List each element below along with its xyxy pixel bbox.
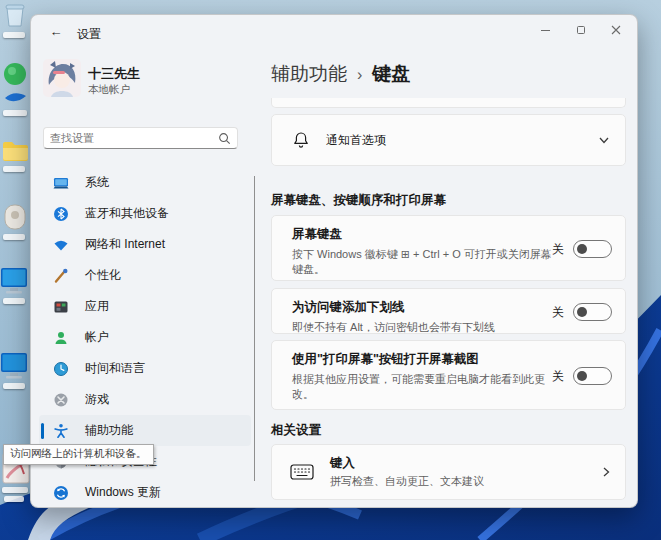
keyboard-icon [290, 463, 314, 481]
chevron-down-icon[interactable] [597, 133, 611, 147]
notification-preferences-card[interactable]: 通知首选项 [271, 114, 626, 166]
desktop-icon-label [3, 110, 27, 116]
notification-card-label: 通知首选项 [326, 132, 386, 149]
sidebar-item-label: 网络和 Internet [85, 236, 165, 253]
close-icon [611, 25, 621, 35]
avatar [43, 59, 81, 97]
maximize-icon [577, 26, 585, 34]
bluetooth-icon [53, 206, 69, 222]
on-screen-keyboard-toggle[interactable] [573, 240, 612, 258]
sidebar-item-label: 个性化 [85, 267, 121, 284]
breadcrumb-separator: › [357, 66, 362, 83]
monitor-icon[interactable] [0, 267, 28, 295]
back-button[interactable]: ← [43, 21, 69, 43]
on-screen-keyboard-card: 屏幕键盘 按下 Windows 徽标键 ⊞ + Ctrl + O 可打开或关闭屏… [271, 215, 626, 281]
typing-card-title: 键入 [330, 455, 484, 472]
breadcrumb-parent[interactable]: 辅助功能 [271, 63, 347, 84]
accessibility-icon [53, 423, 69, 439]
minimize-icon [541, 30, 550, 31]
search-icon [218, 132, 231, 145]
sidebar-item-apps[interactable]: 应用 [39, 291, 251, 322]
typing-card-description: 拼写检查、自动更正、文本建议 [330, 474, 484, 489]
desktop-icon-label [2, 487, 28, 493]
search-box[interactable] [43, 127, 238, 149]
tooltip: 访问网络上的计算机和设备。 [3, 444, 154, 465]
sidebar-item-label: 时间和语言 [85, 360, 145, 377]
print-screen-card: 使用"打印屏幕"按钮打开屏幕截图 根据其他应用设置，可能需要重启电脑才能看到此更… [271, 340, 626, 410]
sidebar-item-accounts[interactable]: 帐户 [39, 322, 251, 353]
folder-icon[interactable] [2, 140, 28, 162]
toggle-knob [577, 307, 587, 317]
green-app-icon[interactable] [3, 62, 27, 106]
toggle-state-label: 关 [552, 368, 564, 385]
desktop-icon-label [3, 234, 25, 240]
underline-access-keys-toggle[interactable] [573, 303, 612, 321]
bell-icon [292, 131, 310, 149]
maximize-button[interactable] [563, 15, 598, 45]
breadcrumb: 辅助功能›键盘 [271, 61, 410, 87]
titlebar: ← 设置 [31, 15, 637, 49]
personalization-icon [53, 268, 69, 284]
page-title: 键盘 [372, 63, 410, 84]
desktop-icon-label [3, 298, 25, 304]
chevron-right-icon [599, 465, 613, 479]
network-icon [53, 237, 69, 253]
scrolled-card-edge [271, 98, 626, 108]
setting-title: 使用"打印屏幕"按钮打开屏幕截图 [292, 351, 611, 368]
sidebar-item-label: 系统 [85, 174, 109, 191]
accounts-icon [53, 330, 69, 346]
desktop-icon-label [3, 32, 25, 38]
search-input[interactable] [50, 132, 218, 144]
sidebar-item-label: 游戏 [85, 391, 109, 408]
sidebar-item-windows-update[interactable]: Windows 更新 [39, 477, 251, 508]
desktop-icon-label [3, 166, 25, 172]
sidebar-item-system[interactable]: 系统 [39, 167, 251, 198]
close-button[interactable] [598, 15, 633, 45]
profile-account-type: 本地帐户 [88, 83, 130, 97]
toggle-state-label: 关 [552, 241, 564, 258]
print-screen-toggle[interactable] [573, 367, 612, 385]
settings-window: ← 设置 十三先生 本地帐户 [30, 14, 638, 508]
sidebar-item-accessibility[interactable]: 辅助功能 [39, 415, 251, 446]
section-header-related: 相关设置 [271, 422, 321, 439]
sidebar-item-bluetooth[interactable]: 蓝牙和其他设备 [39, 198, 251, 229]
mouse-device-icon[interactable] [3, 203, 27, 231]
gaming-icon [53, 392, 69, 408]
system-icon [53, 175, 69, 191]
sidebar-item-personalization[interactable]: 个性化 [39, 260, 251, 291]
typing-settings-card[interactable]: 键入 拼写检查、自动更正、文本建议 [271, 444, 626, 500]
desktop-icon-label [3, 383, 25, 389]
monitor-icon[interactable] [0, 352, 28, 380]
recycle-bin-icon[interactable] [3, 2, 27, 28]
toggle-knob [577, 244, 587, 254]
toggle-knob [577, 371, 587, 381]
sidebar-item-label: 帐户 [85, 329, 109, 346]
apps-icon [53, 299, 69, 315]
toggle-state-label: 关 [552, 304, 564, 321]
tooltip-text: 访问网络上的计算机和设备。 [10, 447, 147, 459]
time-language-icon [53, 361, 69, 377]
setting-description: 即使不持有 Alt，访问密钥也会带有下划线 [292, 320, 560, 335]
content-divider [254, 176, 255, 481]
sidebar-item-network[interactable]: 网络和 Internet [39, 229, 251, 260]
underline-access-keys-card: 为访问键添加下划线 即使不持有 Alt，访问密钥也会带有下划线 关 [271, 288, 626, 334]
windows-update-icon [53, 485, 69, 501]
desktop-icon-label [4, 496, 24, 502]
setting-description: 根据其他应用设置，可能需要重启电脑才能看到此更改。 [292, 372, 560, 402]
minimize-button[interactable] [528, 15, 563, 45]
sidebar-item-time-language[interactable]: 时间和语言 [39, 353, 251, 384]
sidebar-item-label: 应用 [85, 298, 109, 315]
sidebar-item-label: Windows 更新 [85, 484, 161, 501]
desktop: ← 设置 十三先生 本地帐户 [0, 0, 661, 540]
sidebar-item-label: 辅助功能 [85, 422, 133, 439]
sidebar-item-label: 蓝牙和其他设备 [85, 205, 169, 222]
profile-name: 十三先生 [88, 65, 140, 83]
sidebar-item-gaming[interactable]: 游戏 [39, 384, 251, 415]
section-header-keyboard: 屏幕键盘、按键顺序和打印屏幕 [271, 192, 446, 209]
setting-description: 按下 Windows 徽标键 ⊞ + Ctrl + O 可打开或关闭屏幕键盘。 [292, 247, 560, 277]
window-title: 设置 [77, 26, 101, 43]
